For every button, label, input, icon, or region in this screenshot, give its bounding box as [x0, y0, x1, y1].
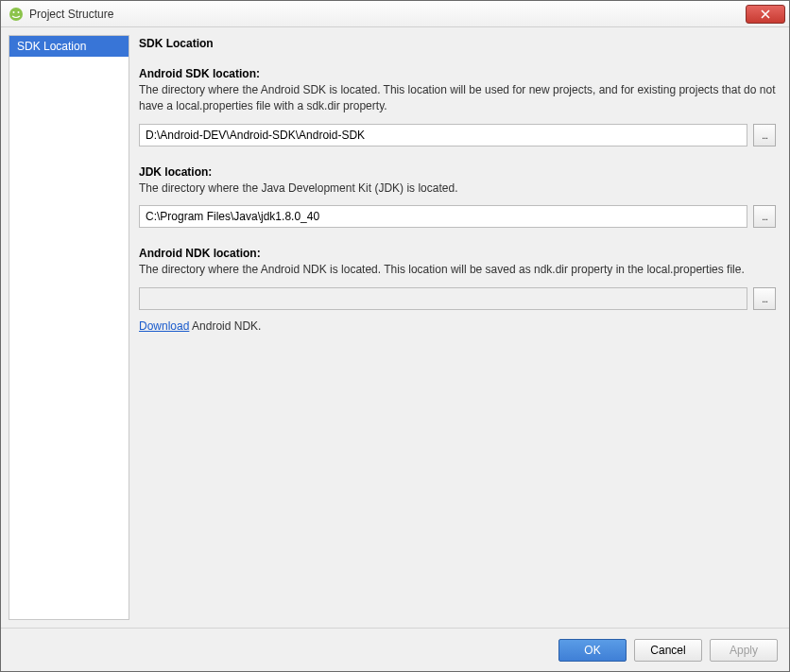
jdk-desc: The directory where the Java Development…: [139, 181, 776, 197]
ndk-label: Android NDK location:: [139, 247, 776, 260]
download-ndk-suffix: Android NDK.: [189, 319, 261, 333]
ndk-desc: The directory where the Android NDK is l…: [139, 262, 776, 278]
svg-point-0: [9, 8, 23, 21]
page-title: SDK Location: [139, 37, 776, 50]
android-studio-icon: [9, 7, 24, 22]
content-area: SDK Location SDK Location Android SDK lo…: [1, 27, 789, 628]
download-ndk-link[interactable]: Download: [139, 319, 189, 333]
ndk-download-row: Download Android NDK.: [139, 319, 776, 333]
titlebar: Project Structure: [1, 1, 789, 27]
ok-button[interactable]: OK: [558, 639, 627, 662]
jdk-location-input[interactable]: [139, 205, 747, 228]
sdk-desc: The directory where the Android SDK is l…: [139, 82, 776, 114]
svg-point-1: [13, 11, 15, 13]
sdk-browse-button[interactable]: ...: [753, 124, 776, 146]
main-panel: SDK Location Android SDK location: The d…: [139, 35, 781, 620]
close-button[interactable]: [746, 5, 785, 24]
apply-button[interactable]: Apply: [710, 639, 778, 662]
close-icon: [761, 9, 770, 19]
jdk-label: JDK location:: [139, 165, 776, 179]
sdk-label: Android SDK location:: [139, 67, 776, 80]
jdk-browse-button[interactable]: ...: [753, 205, 776, 228]
svg-point-2: [18, 11, 20, 13]
sidebar-item-label: SDK Location: [17, 40, 86, 53]
project-structure-dialog: Project Structure SDK Location SDK Locat…: [0, 0, 790, 672]
cancel-button[interactable]: Cancel: [634, 639, 702, 662]
ndk-browse-button[interactable]: ...: [753, 287, 776, 310]
sidebar: SDK Location: [9, 35, 129, 620]
window-title: Project Structure: [29, 8, 746, 21]
sdk-location-input[interactable]: [139, 124, 747, 146]
sidebar-item-sdk-location[interactable]: SDK Location: [9, 36, 129, 57]
dialog-footer: OK Cancel Apply: [1, 628, 789, 671]
ndk-location-input[interactable]: [139, 287, 747, 310]
